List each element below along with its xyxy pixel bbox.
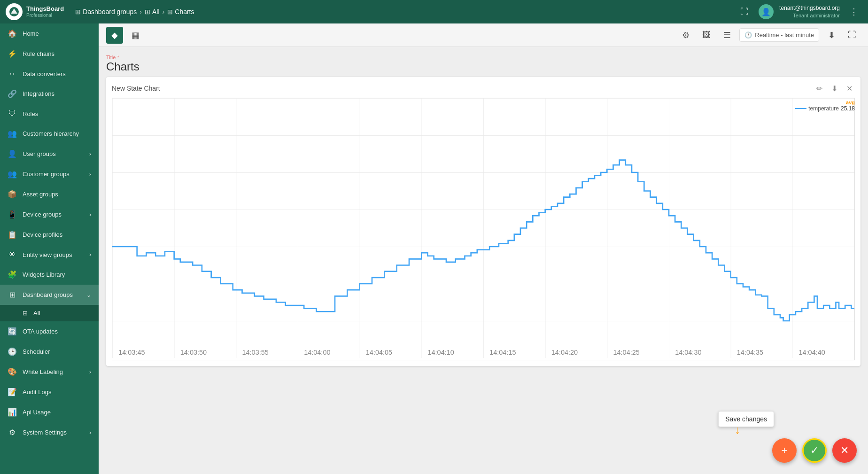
all-icon: ⊞	[145, 8, 150, 16]
top-nav-right: ⛶ 👤 tenant@thingsboard.org Tenant admini…	[736, 3, 862, 20]
svg-text:14:03:45: 14:03:45	[118, 349, 145, 356]
sidebar-item-user-groups[interactable]: 👤 User groups ›	[0, 144, 99, 164]
legend-line	[795, 108, 806, 109]
sidebar-item-home[interactable]: 🏠 Home	[0, 23, 99, 44]
more-options-btn[interactable]: ⋮	[845, 3, 862, 20]
widget-download-btn[interactable]: ⬇	[829, 83, 840, 94]
user-groups-chevron: ›	[89, 151, 91, 157]
entity-view-groups-chevron: ›	[89, 251, 91, 258]
sidebar-item-entity-view-groups[interactable]: 👁 Entity view groups ›	[0, 245, 99, 264]
sidebar-item-asset-groups[interactable]: 📦 Asset groups	[0, 184, 99, 204]
sidebar-item-integrations[interactable]: 🔗 Integrations	[0, 84, 99, 104]
scheduler-icon: 🕒	[8, 347, 17, 356]
fullscreen-dash-btn[interactable]: ⛶	[844, 27, 860, 44]
chart-svg-wrapper: 14:03:45 14:03:50 14:03:55 14:04:00 14:0…	[112, 98, 855, 360]
ota-updates-icon: 🔄	[8, 327, 17, 336]
svg-text:14:04:40: 14:04:40	[799, 349, 825, 356]
svg-text:14:04:25: 14:04:25	[613, 349, 640, 356]
integrations-icon: 🔗	[8, 89, 17, 98]
chart-container: avg temperature 25.18	[112, 98, 855, 360]
logo-text: ThingsBoard Professional	[26, 5, 64, 18]
sidebar-item-customer-groups[interactable]: 👥 Customer groups ›	[0, 164, 99, 184]
svg-text:14:04:20: 14:04:20	[551, 349, 578, 356]
sidebar: 🏠 Home ⚡ Rule chains ↔ Data converters 🔗…	[0, 23, 99, 474]
fullscreen-btn[interactable]: ⛶	[736, 3, 753, 20]
sidebar-item-device-groups[interactable]: 📱 Device groups ›	[0, 204, 99, 225]
data-converters-icon: ↔	[8, 70, 17, 78]
breadcrumb-item-0[interactable]: ⊞ Dashboard groups	[75, 8, 137, 16]
api-usage-icon: 📊	[8, 408, 17, 417]
audit-logs-icon: 📝	[8, 388, 17, 396]
charts-icon: ⊞	[167, 8, 173, 16]
download-btn[interactable]: ⬇	[823, 27, 840, 44]
top-navigation: ThingsBoard Professional ⊞ Dashboard gro…	[0, 0, 868, 23]
save-arrow: ↓	[735, 423, 740, 436]
entity-view-groups-icon: 👁	[8, 250, 17, 259]
device-profiles-icon: 📋	[8, 230, 17, 239]
save-tooltip: Save changes	[718, 411, 774, 427]
sidebar-item-audit-logs[interactable]: 📝 Audit Logs	[0, 382, 99, 402]
edit-mode-btn[interactable]: ◆	[106, 27, 123, 44]
svg-text:14:04:30: 14:04:30	[675, 349, 701, 356]
image-btn[interactable]: 🖼	[698, 27, 715, 44]
dashboard-title-section: Title * Charts	[106, 54, 860, 73]
breadcrumb: ⊞ Dashboard groups › ⊞ All › ⊞ Charts	[75, 8, 736, 16]
svg-rect-2	[112, 98, 854, 358]
all-sub-icon: ⊞	[23, 310, 28, 317]
system-settings-chevron: ›	[89, 429, 91, 436]
sidebar-item-white-labeling[interactable]: 🎨 White Labeling ›	[0, 362, 99, 382]
sidebar-item-scheduler[interactable]: 🕒 Scheduler	[0, 342, 99, 362]
breadcrumb-item-1[interactable]: ⊞ All	[145, 8, 160, 16]
sidebar-sub-item-all[interactable]: ⊞ All	[0, 305, 99, 321]
clock-icon: 🕐	[744, 31, 752, 39]
sidebar-item-roles[interactable]: 🛡 Roles	[0, 104, 99, 124]
sidebar-item-rule-chains[interactable]: ⚡ Rule chains	[0, 44, 99, 64]
rule-chains-icon: ⚡	[8, 49, 17, 58]
customers-hierarchy-icon: 👥	[8, 129, 17, 138]
logo[interactable]: ThingsBoard Professional	[6, 3, 64, 20]
sidebar-item-api-usage[interactable]: 📊 Api Usage	[0, 402, 99, 422]
main-content: ◆ ▦ ⚙ 🖼 ☰ 🕐 Realtime - last minute ⬇ ⛶ T…	[99, 23, 868, 474]
svg-text:14:03:50: 14:03:50	[180, 349, 207, 356]
settings-btn[interactable]: ⚙	[677, 27, 694, 44]
breadcrumb-item-2[interactable]: ⊞ Charts	[167, 8, 194, 16]
widget-card-actions: ✏ ⬇ ✕	[814, 83, 855, 94]
widget-card-header: New State Chart ✏ ⬇ ✕	[112, 83, 855, 94]
customer-groups-chevron: ›	[89, 171, 91, 178]
sidebar-item-widgets-library[interactable]: 🧩 Widgets Library	[0, 264, 99, 285]
white-labeling-chevron: ›	[89, 369, 91, 375]
avatar[interactable]: 👤	[759, 4, 774, 19]
system-settings-icon: ⚙	[8, 428, 17, 437]
bottom-actions: + ✓ ✕	[772, 438, 857, 463]
view-mode-btn[interactable]: ▦	[127, 27, 144, 44]
dashboard-groups-icon: ⊞	[75, 8, 81, 16]
time-display[interactable]: 🕐 Realtime - last minute	[739, 28, 819, 42]
asset-groups-icon: 📦	[8, 190, 17, 199]
customer-groups-icon: 👥	[8, 170, 17, 179]
dashboard-toolbar: ◆ ▦ ⚙ 🖼 ☰ 🕐 Realtime - last minute ⬇ ⛶	[99, 23, 868, 47]
filter-btn[interactable]: ☰	[719, 27, 736, 44]
widgets-library-icon: 🧩	[8, 270, 17, 279]
dashboard-groups-icon: ⊞	[8, 290, 17, 299]
device-groups-icon: 📱	[8, 210, 17, 219]
svg-text:14:04:35: 14:04:35	[737, 349, 763, 356]
logo-icon	[6, 3, 23, 20]
svg-text:14:04:15: 14:04:15	[489, 349, 516, 356]
svg-text:14:04:00: 14:04:00	[304, 349, 330, 356]
roles-icon: 🛡	[8, 109, 17, 118]
user-info: tenant@thingsboard.org Tenant administra…	[779, 5, 840, 19]
sidebar-item-data-converters[interactable]: ↔ Data converters	[0, 64, 99, 84]
widget-close-btn[interactable]: ✕	[844, 83, 855, 94]
add-widget-button[interactable]: +	[772, 438, 797, 463]
widget-card: New State Chart ✏ ⬇ ✕ avg temperature 25…	[106, 77, 860, 366]
home-icon: 🏠	[8, 29, 17, 38]
sidebar-item-dashboard-groups[interactable]: ⊞ Dashboard groups ⌄	[0, 285, 99, 305]
sidebar-item-customers-hierarchy[interactable]: 👥 Customers hierarchy	[0, 124, 99, 144]
sidebar-item-ota-updates[interactable]: 🔄 OTA updates	[0, 321, 99, 342]
confirm-button[interactable]: ✓	[802, 438, 827, 463]
sidebar-item-device-profiles[interactable]: 📋 Device profiles	[0, 225, 99, 245]
sidebar-item-system-settings[interactable]: ⚙ System Settings ›	[0, 422, 99, 443]
cancel-button[interactable]: ✕	[832, 438, 857, 463]
white-labeling-icon: 🎨	[8, 367, 17, 376]
widget-edit-btn[interactable]: ✏	[814, 83, 825, 94]
